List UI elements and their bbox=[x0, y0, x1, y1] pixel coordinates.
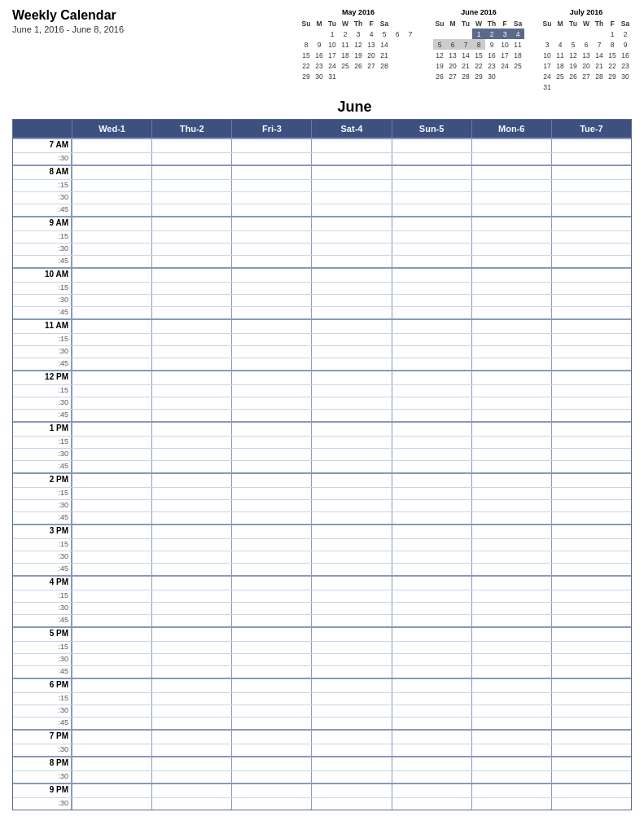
day-cell[interactable] bbox=[72, 679, 151, 692]
day-cell[interactable] bbox=[231, 231, 311, 243]
day-cell[interactable] bbox=[471, 358, 551, 370]
day-cell[interactable] bbox=[311, 166, 391, 179]
day-cell[interactable] bbox=[551, 474, 631, 487]
day-cell[interactable] bbox=[151, 500, 231, 511]
day-cell[interactable] bbox=[551, 307, 631, 318]
day-cell[interactable] bbox=[311, 449, 391, 460]
day-cell[interactable] bbox=[551, 679, 631, 692]
day-cell[interactable] bbox=[311, 358, 391, 370]
day-cell[interactable] bbox=[471, 449, 551, 460]
day-cell[interactable] bbox=[231, 525, 311, 538]
day-cell[interactable] bbox=[551, 654, 631, 665]
day-cell[interactable] bbox=[471, 654, 551, 665]
day-cell[interactable] bbox=[151, 603, 231, 614]
day-cell[interactable] bbox=[72, 204, 151, 216]
day-cell[interactable] bbox=[151, 192, 231, 204]
day-cell[interactable] bbox=[392, 798, 471, 810]
day-cell[interactable] bbox=[471, 705, 551, 717]
day-cell[interactable] bbox=[72, 474, 151, 487]
day-cell[interactable] bbox=[392, 180, 471, 191]
day-cell[interactable] bbox=[471, 564, 551, 575]
day-cell[interactable] bbox=[151, 628, 231, 641]
day-cell[interactable] bbox=[471, 744, 551, 756]
day-cell[interactable] bbox=[311, 295, 391, 306]
day-cell[interactable] bbox=[551, 180, 631, 191]
day-cell[interactable] bbox=[72, 577, 151, 590]
day-cell[interactable] bbox=[551, 423, 631, 436]
day-cell[interactable] bbox=[551, 153, 631, 165]
day-cell[interactable] bbox=[311, 666, 391, 678]
day-cell[interactable] bbox=[311, 204, 391, 216]
day-cell[interactable] bbox=[231, 192, 311, 204]
day-cell[interactable] bbox=[231, 590, 311, 602]
day-cell[interactable] bbox=[72, 231, 151, 243]
day-cell[interactable] bbox=[231, 603, 311, 614]
day-cell[interactable] bbox=[231, 320, 311, 333]
day-cell[interactable] bbox=[392, 577, 471, 590]
day-cell[interactable] bbox=[311, 488, 391, 499]
day-cell[interactable] bbox=[231, 180, 311, 191]
day-cell[interactable] bbox=[151, 798, 231, 810]
day-cell[interactable] bbox=[392, 564, 471, 575]
day-cell[interactable] bbox=[551, 437, 631, 448]
day-cell[interactable] bbox=[151, 615, 231, 626]
day-cell[interactable] bbox=[72, 628, 151, 641]
day-cell[interactable] bbox=[392, 615, 471, 626]
day-cell[interactable] bbox=[311, 346, 391, 358]
day-cell[interactable] bbox=[471, 642, 551, 653]
day-cell[interactable] bbox=[72, 269, 151, 282]
day-cell[interactable] bbox=[551, 334, 631, 345]
day-cell[interactable] bbox=[72, 488, 151, 499]
day-cell[interactable] bbox=[311, 744, 391, 756]
day-cell[interactable] bbox=[392, 153, 471, 165]
day-cell[interactable] bbox=[231, 346, 311, 358]
day-cell[interactable] bbox=[392, 705, 471, 717]
day-cell[interactable] bbox=[72, 358, 151, 370]
day-cell[interactable] bbox=[231, 500, 311, 511]
day-cell[interactable] bbox=[231, 437, 311, 448]
day-cell[interactable] bbox=[392, 256, 471, 267]
day-cell[interactable] bbox=[231, 449, 311, 460]
day-cell[interactable] bbox=[392, 166, 471, 179]
day-cell[interactable] bbox=[471, 346, 551, 358]
day-cell[interactable] bbox=[72, 525, 151, 538]
day-cell[interactable] bbox=[72, 307, 151, 318]
day-cell[interactable] bbox=[72, 334, 151, 345]
day-cell[interactable] bbox=[392, 666, 471, 678]
day-cell[interactable] bbox=[392, 307, 471, 318]
day-cell[interactable] bbox=[392, 410, 471, 421]
day-cell[interactable] bbox=[471, 385, 551, 397]
day-cell[interactable] bbox=[231, 564, 311, 575]
day-cell[interactable] bbox=[231, 628, 311, 641]
day-cell[interactable] bbox=[231, 371, 311, 384]
day-cell[interactable] bbox=[231, 410, 311, 421]
day-cell[interactable] bbox=[471, 615, 551, 626]
day-cell[interactable] bbox=[72, 539, 151, 551]
day-cell[interactable] bbox=[471, 180, 551, 191]
day-cell[interactable] bbox=[311, 423, 391, 436]
day-cell[interactable] bbox=[151, 474, 231, 487]
day-cell[interactable] bbox=[72, 744, 151, 756]
day-cell[interactable] bbox=[392, 217, 471, 230]
day-cell[interactable] bbox=[392, 423, 471, 436]
day-cell[interactable] bbox=[151, 217, 231, 230]
day-cell[interactable] bbox=[471, 512, 551, 524]
day-cell[interactable] bbox=[471, 539, 551, 551]
day-cell[interactable] bbox=[311, 231, 391, 243]
day-cell[interactable] bbox=[471, 603, 551, 614]
day-cell[interactable] bbox=[72, 192, 151, 204]
day-cell[interactable] bbox=[231, 771, 311, 783]
day-cell[interactable] bbox=[72, 139, 151, 152]
day-cell[interactable] bbox=[311, 500, 391, 511]
day-cell[interactable] bbox=[311, 139, 391, 152]
day-cell[interactable] bbox=[151, 461, 231, 472]
day-cell[interactable] bbox=[231, 731, 311, 744]
day-cell[interactable] bbox=[311, 615, 391, 626]
day-cell[interactable] bbox=[151, 320, 231, 333]
day-cell[interactable] bbox=[231, 539, 311, 551]
day-cell[interactable] bbox=[311, 283, 391, 294]
day-cell[interactable] bbox=[72, 654, 151, 665]
day-cell[interactable] bbox=[551, 798, 631, 810]
day-cell[interactable] bbox=[392, 539, 471, 551]
day-cell[interactable] bbox=[72, 551, 151, 563]
